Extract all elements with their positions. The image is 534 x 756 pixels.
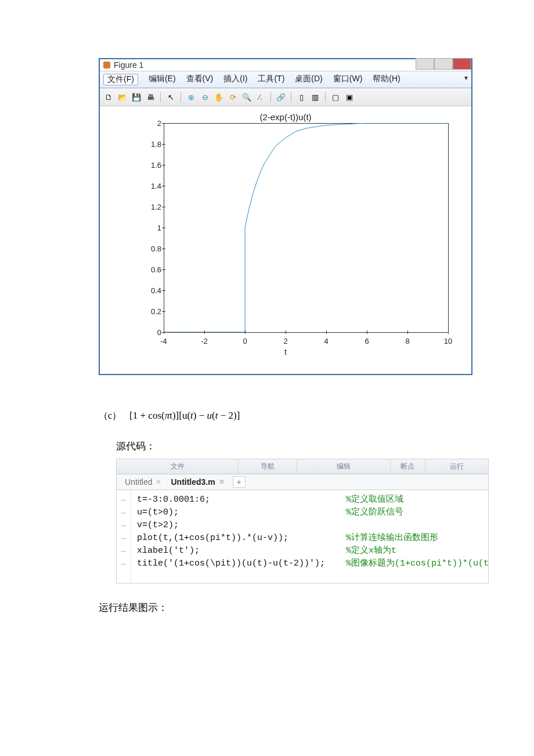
plot-area: (2-exp(-t))u(t) 00.20.40.60.811.21.41.61… bbox=[100, 106, 471, 374]
menu-overflow-icon[interactable]: ▾ bbox=[464, 74, 468, 85]
tab-nav[interactable]: 导航 bbox=[239, 459, 297, 474]
hide-plot-icon[interactable]: ▢ bbox=[330, 92, 341, 102]
pointer-icon[interactable]: ↖ bbox=[165, 92, 176, 102]
editor-window: 文件 导航 编辑 断点 运行 Untitled ✕ Untitled3.m ✕ … bbox=[116, 459, 489, 584]
close-icon[interactable]: ✕ bbox=[156, 478, 161, 486]
file-tab-untitled3[interactable]: Untitled3.m ✕ bbox=[167, 477, 228, 487]
code-body[interactable]: t=-3:0.0001:6; %定义取值区域 u=(t>0); %定义阶跃信号 … bbox=[131, 490, 488, 583]
y-tick-label: 1.8 bbox=[149, 140, 161, 149]
close-button[interactable] bbox=[453, 58, 471, 70]
datatip-icon[interactable]: 🔍 bbox=[241, 92, 252, 102]
menu-desktop[interactable]: 桌面(D) bbox=[295, 74, 322, 85]
y-tick-label: 1.4 bbox=[149, 182, 161, 190]
tab-run[interactable]: 运行 bbox=[425, 459, 488, 474]
toolbar-separator bbox=[325, 92, 326, 102]
caption-formula: [1 + cos(πt)][u(t) − u(t − 2)] bbox=[129, 410, 240, 421]
menu-tools[interactable]: 工具(T) bbox=[258, 74, 284, 85]
new-file-button[interactable]: + bbox=[233, 476, 246, 488]
link-icon[interactable]: 🔗 bbox=[276, 92, 286, 102]
minimize-button[interactable] bbox=[416, 58, 434, 70]
y-tick-label: 2 bbox=[149, 119, 161, 128]
toolbar-separator bbox=[270, 92, 271, 102]
menu-help[interactable]: 帮助(H) bbox=[373, 74, 400, 85]
figure-titlebar[interactable]: Figure 1 bbox=[100, 59, 471, 71]
toolbar-separator bbox=[181, 92, 181, 102]
figure-window: Figure 1 文件(F) 编辑(E) 查看(V) 插入(I) 工具(T) 桌… bbox=[99, 58, 472, 375]
zoom-out-icon[interactable]: ⊖ bbox=[200, 92, 210, 102]
file-tab-label: Untitled bbox=[125, 477, 152, 487]
figure-title-text: Figure 1 bbox=[114, 60, 143, 70]
show-plot-icon[interactable]: ▣ bbox=[344, 92, 355, 102]
x-tick-label: 4 bbox=[319, 337, 333, 345]
new-icon[interactable]: 🗋 bbox=[103, 92, 114, 102]
source-code-label: 源代码： bbox=[116, 440, 534, 453]
code-gutter: –––––– bbox=[117, 490, 131, 583]
tab-file[interactable]: 文件 bbox=[117, 459, 239, 474]
axes: 00.20.40.60.811.21.41.61.82-4-20246810 bbox=[123, 123, 448, 344]
run-result-label: 运行结果图示： bbox=[99, 601, 534, 614]
menu-edit[interactable]: 编辑(E) bbox=[149, 74, 176, 85]
file-tab-label: Untitled3.m bbox=[171, 477, 215, 487]
menu-insert[interactable]: 插入(I) bbox=[223, 74, 247, 85]
y-tick-label: 0 bbox=[149, 328, 161, 337]
x-tick-label: 6 bbox=[360, 337, 374, 345]
maximize-button[interactable] bbox=[434, 58, 453, 70]
x-tick-label: -2 bbox=[197, 337, 211, 345]
matlab-logo-icon bbox=[103, 62, 110, 69]
zoom-in-icon[interactable]: ⊕ bbox=[186, 92, 196, 102]
save-icon[interactable]: 💾 bbox=[131, 92, 142, 102]
menu-view[interactable]: 查看(V) bbox=[186, 74, 214, 85]
print-icon[interactable]: 🖶 bbox=[145, 92, 156, 102]
y-tick-label: 1 bbox=[149, 224, 161, 232]
file-tab-untitled[interactable]: Untitled ✕ bbox=[121, 477, 165, 487]
y-tick-label: 1.6 bbox=[149, 161, 161, 170]
toolbar-separator bbox=[291, 92, 291, 102]
x-tick-label: 8 bbox=[400, 337, 414, 345]
y-tick-label: 0.6 bbox=[149, 265, 161, 274]
x-tick-label: 2 bbox=[279, 337, 293, 345]
close-icon[interactable]: ✕ bbox=[219, 478, 225, 486]
editor-ribbon-tabs: 文件 导航 编辑 断点 运行 bbox=[117, 459, 488, 474]
editor-file-tabs: Untitled ✕ Untitled3.m ✕ + bbox=[117, 474, 488, 490]
x-tick-label: 10 bbox=[441, 337, 455, 345]
legend-icon[interactable]: ▥ bbox=[310, 92, 320, 102]
plot-title: (2-exp(-t))u(t) bbox=[111, 112, 460, 122]
caption-label: （c） bbox=[99, 411, 121, 420]
caption-c: （c） [1 + cos(πt)][u(t) − u(t − 2)] bbox=[99, 410, 534, 422]
x-axis-label: t bbox=[111, 347, 460, 357]
rotate-icon[interactable]: ⟳ bbox=[228, 92, 238, 102]
menu-window[interactable]: 窗口(W) bbox=[333, 74, 363, 85]
toolbar-separator bbox=[160, 92, 161, 102]
brush-icon[interactable]: ⁄. bbox=[255, 92, 266, 102]
y-tick-label: 0.8 bbox=[149, 244, 161, 253]
y-tick-label: 0.2 bbox=[149, 307, 161, 316]
code-area[interactable]: –––––– t=-3:0.0001:6; %定义取值区域 u=(t>0); %… bbox=[117, 490, 488, 583]
figure-toolbar: 🗋 📂 💾 🖶 ↖ ⊕ ⊖ ✋ ⟳ 🔍 ⁄. 🔗 ▯ ▥ ▢ ▣ bbox=[100, 88, 471, 106]
figure-menubar: 文件(F) 编辑(E) 查看(V) 插入(I) 工具(T) 桌面(D) 窗口(W… bbox=[100, 71, 471, 88]
open-icon[interactable]: 📂 bbox=[117, 92, 128, 102]
y-tick-label: 0.4 bbox=[149, 286, 161, 295]
x-tick-label: -4 bbox=[157, 337, 171, 345]
x-tick-label: 0 bbox=[238, 337, 252, 345]
line-series bbox=[164, 123, 448, 332]
colorbar-icon[interactable]: ▯ bbox=[296, 92, 306, 102]
pan-icon[interactable]: ✋ bbox=[214, 92, 224, 102]
menu-file[interactable]: 文件(F) bbox=[103, 74, 138, 85]
y-tick-label: 1.2 bbox=[149, 203, 161, 211]
tab-edit[interactable]: 编辑 bbox=[297, 459, 391, 474]
tab-break[interactable]: 断点 bbox=[391, 459, 426, 474]
